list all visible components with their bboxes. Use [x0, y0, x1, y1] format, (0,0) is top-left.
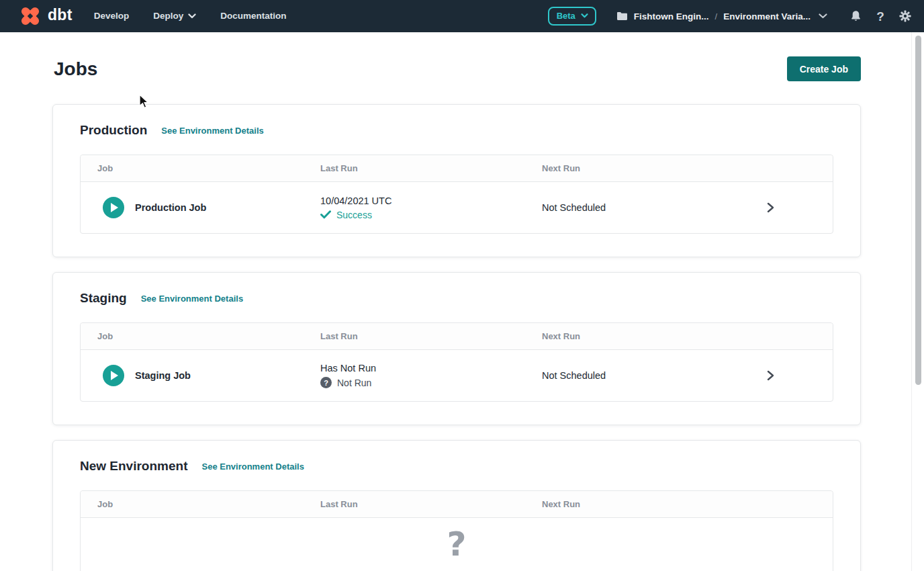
environment-name: Production — [80, 123, 147, 138]
empty-state-row: ? — [81, 518, 833, 571]
main-nav: Develop Deploy Documentation — [94, 0, 287, 32]
check-icon — [320, 210, 331, 219]
last-run-status: ? Not Run — [320, 377, 542, 388]
jobs-table-header: Job Last Run Next Run — [81, 491, 833, 518]
environment-card: Staging See Environment Details Job Last… — [52, 272, 861, 425]
bell-icon[interactable] — [849, 9, 862, 23]
column-header-job: Job — [97, 163, 320, 173]
jobs-table: Job Last Run Next Run ? — [80, 490, 833, 571]
last-run-date: Has Not Run — [320, 363, 542, 374]
job-name: Production Job — [135, 202, 206, 213]
status-text: Success — [336, 210, 372, 220]
job-row[interactable]: Production Job 10/04/2021 UTC ? Success … — [81, 182, 833, 233]
row-chevron-cell — [759, 369, 833, 382]
chevron-right-icon[interactable] — [764, 202, 776, 214]
last-run-cell: Has Not Run ? Not Run — [320, 363, 542, 388]
account-breadcrumb[interactable]: Fishtown Engin... / Environment Varia... — [614, 11, 827, 21]
jobs-table-header: Job Last Run Next Run — [81, 323, 833, 350]
question-mark-icon: ? — [447, 527, 466, 571]
last-run-status: ? Success — [320, 210, 542, 220]
nav-deploy[interactable]: Deploy — [153, 0, 196, 32]
breadcrumb-separator: / — [715, 11, 718, 21]
next-run-cell: Not Scheduled — [542, 370, 759, 381]
jobs-table-header: Job Last Run Next Run — [81, 155, 833, 182]
main-content: Jobs Create Job Production See Environme… — [0, 56, 861, 571]
column-header-job: Job — [97, 499, 320, 509]
breadcrumb-account[interactable]: Fishtown Engin... — [634, 11, 709, 21]
last-run-date: 10/04/2021 UTC — [320, 195, 542, 206]
next-run-cell: Not Scheduled — [542, 202, 759, 213]
column-header-next-run: Next Run — [542, 163, 759, 173]
see-environment-details-link[interactable]: See Environment Details — [201, 462, 304, 472]
chevron-down-icon — [188, 13, 196, 19]
chevron-down-icon — [581, 13, 588, 18]
navbar-right: Beta Fishtown Engin... / Environment Var… — [548, 7, 912, 26]
see-environment-details-link[interactable]: See Environment Details — [161, 126, 263, 136]
top-navbar: dbt Develop Deploy Documentation Beta Fi… — [0, 0, 924, 32]
nav-documentation[interactable]: Documentation — [220, 0, 286, 32]
status-text: Not Run — [337, 378, 371, 388]
environment-card-header: New Environment See Environment Details — [80, 459, 833, 474]
scrollbar-thumb[interactable] — [915, 36, 921, 385]
jobs-table: Job Last Run Next Run Production Job 10/… — [80, 155, 833, 234]
run-job-play-button[interactable] — [103, 365, 124, 386]
job-name: Staging Job — [135, 370, 191, 381]
last-run-cell: 10/04/2021 UTC ? Success — [320, 195, 542, 220]
folder-icon — [616, 11, 628, 21]
navbar-icons: ? — [849, 9, 912, 23]
environment-card-header: Staging See Environment Details — [80, 291, 833, 306]
job-cell: Staging Job — [97, 365, 320, 386]
see-environment-details-link[interactable]: See Environment Details — [141, 294, 243, 304]
column-header-last-run: Last Run — [320, 163, 542, 173]
column-header-next-run: Next Run — [542, 331, 759, 341]
environment-card-header: Production See Environment Details — [80, 123, 833, 138]
job-row[interactable]: Staging Job Has Not Run ? Not Run Not Sc… — [81, 350, 833, 401]
jobs-table-body: Staging Job Has Not Run ? Not Run Not Sc… — [81, 350, 833, 401]
chevron-down-icon — [819, 13, 827, 19]
page-header: Jobs Create Job — [52, 56, 861, 81]
nav-develop[interactable]: Develop — [94, 0, 130, 32]
page-title: Jobs — [54, 58, 97, 80]
environment-name: Staging — [80, 291, 127, 306]
jobs-table-body: ? — [81, 518, 833, 571]
chevron-right-icon[interactable] — [764, 369, 776, 382]
create-job-button[interactable]: Create Job — [787, 56, 861, 81]
beta-dropdown[interactable]: Beta — [548, 7, 596, 26]
question-circle-icon: ? — [320, 377, 332, 388]
play-icon — [111, 371, 118, 380]
environments: Production See Environment Details Job L… — [52, 104, 861, 571]
scrollbar-track[interactable] — [911, 32, 924, 571]
run-job-play-button[interactable] — [103, 197, 124, 218]
dbt-logo[interactable]: dbt — [19, 5, 73, 28]
gear-icon[interactable] — [898, 9, 912, 23]
dbt-logo-text: dbt — [48, 7, 73, 25]
jobs-table: Job Last Run Next Run Staging Job Has No… — [80, 322, 833, 402]
dbt-logo-icon — [19, 5, 42, 28]
column-header-last-run: Last Run — [320, 499, 542, 509]
column-header-last-run: Last Run — [320, 331, 542, 341]
environment-name: New Environment — [80, 459, 187, 474]
job-cell: Production Job — [97, 197, 320, 218]
play-icon — [111, 203, 118, 212]
jobs-table-body: Production Job 10/04/2021 UTC ? Success … — [81, 182, 833, 233]
column-header-next-run: Next Run — [542, 499, 759, 509]
row-chevron-cell — [759, 202, 833, 214]
environment-card: Production See Environment Details Job L… — [52, 104, 861, 257]
breadcrumb-section[interactable]: Environment Varia... — [723, 11, 811, 21]
environment-card: New Environment See Environment Details … — [52, 440, 861, 571]
column-header-job: Job — [97, 331, 320, 341]
help-icon[interactable]: ? — [874, 9, 887, 23]
